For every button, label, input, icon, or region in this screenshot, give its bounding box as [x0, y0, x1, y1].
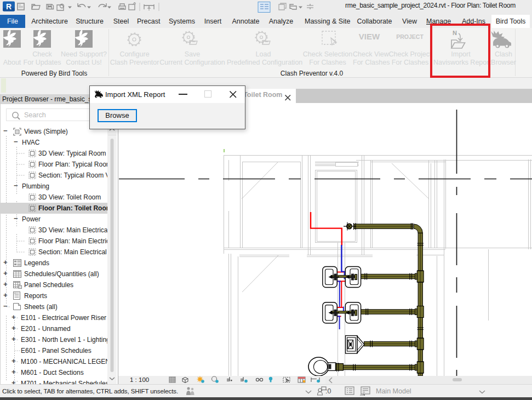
svg-text:VIEW: VIEW	[359, 32, 380, 41]
svg-text:PROJECT: PROJECT	[396, 33, 424, 40]
svg-text:R: R	[6, 2, 12, 11]
